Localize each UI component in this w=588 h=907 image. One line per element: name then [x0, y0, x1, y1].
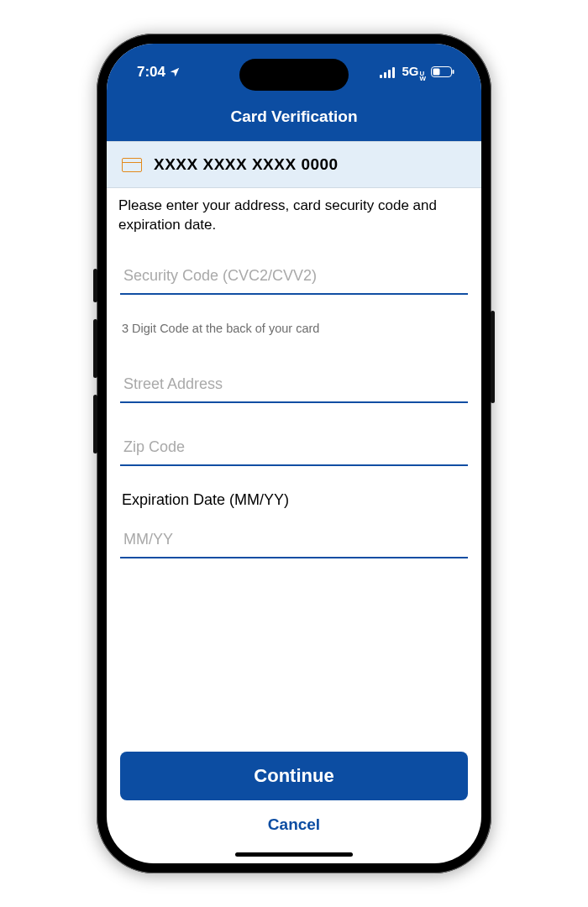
status-right: 5GUW: [380, 64, 454, 81]
volume-up-button: [93, 319, 97, 378]
status-left: 7:04: [137, 64, 181, 81]
home-indicator: [235, 852, 353, 857]
svg-rect-5: [433, 69, 440, 76]
status-time: 7:04: [137, 64, 165, 81]
expiration-label: Expiration Date (MM/YY): [122, 491, 466, 509]
expiration-field-wrapper: [120, 519, 468, 558]
cellular-signal-icon: [380, 67, 396, 78]
cvc-helper-text: 3 Digit Code at the back of your card: [122, 322, 466, 335]
app-header: 7:04 5GUW: [107, 44, 481, 141]
power-button: [491, 311, 495, 403]
dynamic-island: [239, 59, 349, 91]
continue-button[interactable]: Continue: [120, 752, 468, 800]
screen: 7:04 5GUW: [107, 44, 481, 863]
svg-rect-3: [392, 67, 395, 78]
expiration-date-input[interactable]: [120, 519, 468, 558]
security-code-input[interactable]: [120, 255, 468, 295]
side-button: [93, 269, 97, 302]
battery-icon: [431, 66, 454, 78]
cancel-button[interactable]: Cancel: [120, 800, 468, 839]
zip-field-wrapper: [120, 427, 468, 466]
card-strip: XXXX XXXX XXXX 0000: [107, 141, 481, 188]
zip-code-input[interactable]: [120, 427, 468, 466]
instruction-text: Please enter your address, card security…: [118, 197, 470, 235]
volume-down-button: [93, 395, 97, 454]
cvc-field-wrapper: [120, 255, 468, 295]
location-arrow-icon: [169, 66, 181, 78]
svg-rect-1: [384, 72, 386, 78]
masked-card-number: XXXX XXXX XXXX 0000: [154, 155, 339, 174]
street-address-input[interactable]: [120, 364, 468, 403]
form-content: Please enter your address, card security…: [107, 188, 481, 863]
page-title: Card Verification: [107, 92, 481, 141]
svg-rect-2: [388, 70, 391, 78]
credit-card-icon: [122, 158, 142, 172]
actions: Continue Cancel: [118, 752, 470, 852]
phone-frame: 7:04 5GUW: [97, 34, 491, 873]
spacer: [118, 572, 470, 752]
network-type: 5GUW: [402, 64, 426, 81]
street-field-wrapper: [120, 364, 468, 403]
svg-rect-0: [380, 75, 382, 78]
svg-rect-6: [453, 70, 454, 74]
